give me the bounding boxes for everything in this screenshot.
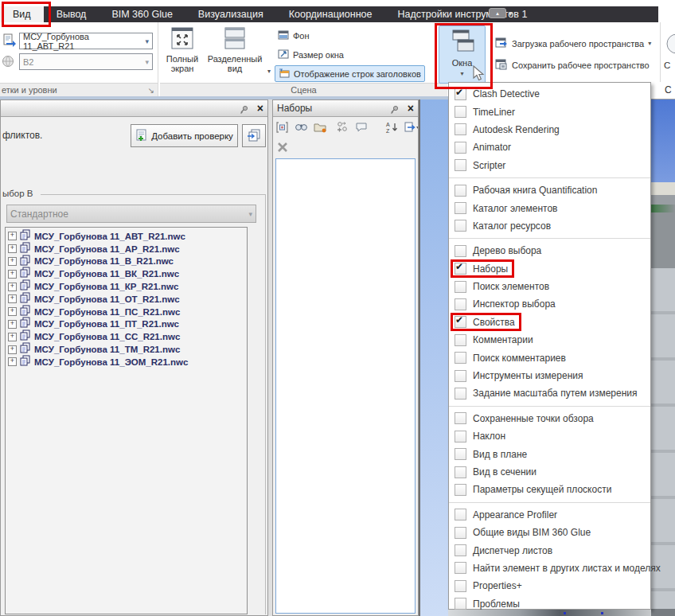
ribbon-tab[interactable]: Вывод [44, 6, 99, 22]
expand-plus-icon[interactable]: + [8, 294, 17, 303]
dialog-launcher-icon[interactable]: ↘ [148, 84, 154, 97]
checkbox[interactable]: ✔ [455, 88, 466, 100]
checkbox[interactable]: ✔ [455, 106, 466, 118]
model-file-row[interactable]: + МСУ_Горбунова 11_ПС_R21.nwc [6, 306, 247, 318]
chevron-down-icon[interactable]: ▾ [142, 58, 152, 66]
chevron-down-icon[interactable]: ▾ [267, 67, 271, 76]
ribbon-tab[interactable]: BIM 360 Glue [99, 6, 185, 22]
checkbox[interactable]: ✔ [455, 123, 466, 135]
ribbon-tab[interactable]: Визуализация [185, 6, 276, 22]
chevron-down-icon[interactable]: ▾ [245, 210, 256, 218]
add-selection-icon[interactable] [335, 120, 349, 135]
expand-plus-icon[interactable]: + [8, 283, 17, 291]
model-file-row[interactable]: + МСУ_Горбунова 11_ВК_R21.nwc [6, 267, 247, 280]
checkbox[interactable]: ✔ [455, 334, 466, 346]
checkbox[interactable]: ✔ [455, 598, 466, 610]
checkbox[interactable]: ✔ [455, 448, 466, 460]
window-menu-item[interactable]: ✔ Scripter [449, 157, 650, 174]
checkbox[interactable]: ✔ [455, 316, 466, 328]
expand-plus-icon[interactable]: + [8, 232, 17, 240]
window-menu-item[interactable]: ✔ TimeLiner [449, 103, 650, 120]
checkbox[interactable]: ✔ [455, 527, 466, 539]
selection-profile-dropdown[interactable]: Стандартное ▾ [6, 205, 256, 223]
expand-plus-icon[interactable]: + [8, 345, 17, 354]
checkbox[interactable]: ✔ [455, 352, 466, 364]
window-menu-item[interactable]: ✔ Сохраненные точки обзора [449, 406, 650, 427]
window-menu-item[interactable]: ✔ Дерево выбора [449, 238, 650, 259]
model-file-row[interactable]: + МСУ_Горбунова 11_АР_R21.nwc [6, 243, 247, 255]
expand-plus-icon[interactable]: + [8, 357, 17, 366]
checkbox[interactable]: ✔ [455, 159, 466, 171]
model-file-row[interactable]: + МСУ_Горбунова 11_АВТ_R21.nwc [6, 230, 247, 243]
save-workspace-button[interactable]: Сохранить рабочее пространство [492, 57, 653, 73]
pin-icon[interactable] [239, 103, 248, 119]
expand-plus-icon[interactable]: + [8, 257, 17, 266]
window-menu-item[interactable]: ✔ Наборы [449, 260, 650, 278]
checkbox[interactable]: ✔ [455, 142, 466, 154]
checkbox[interactable]: ✔ [455, 185, 466, 197]
window-menu-item[interactable]: ✔ Комментарии [449, 331, 650, 349]
load-workspace-button[interactable]: Загрузка рабочего пространства ▾ [492, 35, 654, 52]
comment-icon[interactable] [354, 120, 369, 135]
sets-list[interactable] [275, 158, 416, 614]
window-size-button[interactable]: Размер окна [275, 46, 347, 63]
checkbox[interactable]: ✔ [455, 202, 466, 214]
close-icon[interactable]: × [257, 101, 263, 115]
pin-icon[interactable] [389, 103, 399, 119]
new-folder-icon[interactable] [313, 120, 327, 135]
ribbon-tab[interactable]: Координационное [276, 6, 385, 22]
checkbox[interactable]: ✔ [455, 509, 466, 520]
model-file-row[interactable]: + МСУ_Горбунова 11_ОТ_R21.nwc [6, 293, 247, 306]
split-view-button[interactable]: Разделенный вид ▾ [205, 25, 264, 83]
checkbox[interactable]: ✔ [455, 431, 466, 443]
model-file-row[interactable]: + МСУ_Горбунова 11_КР_R21.nwc [6, 280, 247, 293]
window-menu-item[interactable]: ✔ Каталог элементов [449, 199, 650, 216]
window-menu-item[interactable]: ✔ Каталог ресурсов [449, 217, 650, 235]
checkbox[interactable]: ✔ [455, 220, 466, 232]
checkbox[interactable]: ✔ [455, 544, 466, 556]
window-menu-item[interactable]: ✔ Диспетчер листов [449, 541, 650, 559]
model-file-row[interactable]: + МСУ_Горбунова 11_ЭОМ_R21.nwc [6, 356, 247, 368]
background-button[interactable]: Фон [275, 27, 313, 44]
chevron-down-icon[interactable]: ▾ [142, 37, 152, 45]
checkbox[interactable]: ✔ [455, 263, 466, 275]
copy-tests-button[interactable] [242, 124, 266, 147]
expand-plus-icon[interactable]: + [8, 320, 17, 329]
window-menu-item[interactable]: ✔ Свойства [449, 314, 650, 331]
chevron-down-icon[interactable]: ▾ [648, 40, 651, 47]
full-screen-button[interactable]: Полный экран [162, 25, 202, 83]
window-menu-item[interactable]: ✔ Наклон [449, 427, 650, 445]
model-file-row[interactable]: + МСУ_Горбунова 11_ПТ_R21.nwc [6, 318, 247, 331]
window-menu-item[interactable]: ✔ Инспектор выбора [449, 295, 650, 313]
expand-plus-icon[interactable]: + [8, 307, 17, 316]
model-file-row[interactable]: + МСУ_Горбунова 11_В_R21.nwc [6, 255, 247, 268]
window-menu-item[interactable]: ✔ Animator [449, 138, 650, 156]
window-menu-item[interactable]: ✔ Найти элемент в других листах и моделя… [449, 559, 650, 577]
model-file-list[interactable]: + МСУ_Горбунова 11_АВТ_R21.nwc + МСУ_Гор… [5, 227, 248, 614]
close-icon[interactable]: × [408, 101, 414, 115]
ribbon-minimize-control[interactable]: ▴ ▾ [489, 8, 513, 18]
checkbox[interactable]: ✔ [455, 281, 466, 293]
add-test-button[interactable]: Добавить проверку [131, 124, 238, 147]
find-items-icon[interactable] [294, 120, 308, 135]
save-selection-icon[interactable] [275, 120, 289, 135]
ribbon-tab[interactable]: Надстройки инструментов 1 [385, 6, 540, 22]
window-menu-item[interactable]: ✔ Общие виды BIM 360 Glue [449, 524, 650, 541]
window-menu-item[interactable]: ✔ Инструменты измерения [449, 367, 650, 384]
checkbox[interactable]: ✔ [455, 298, 466, 310]
sort-icon[interactable]: AZ [384, 120, 399, 135]
delete-set-icon[interactable] [275, 140, 290, 154]
sets-panel-header[interactable]: Наборы × [273, 100, 418, 117]
window-menu-item[interactable]: ✔ Поиск элементов [449, 278, 650, 295]
model-selector-combo[interactable]: МСУ_Горбунова 11_АВТ_R21 ▾ [19, 33, 153, 49]
window-menu-item[interactable]: ✔ Вид в плане [449, 445, 650, 462]
model-file-row[interactable]: + МСУ_Горбунова 11_ТМ_R21.nwc [6, 343, 247, 356]
window-menu-item[interactable]: ✔ Поиск комментариев [449, 349, 650, 366]
expand-plus-icon[interactable]: + [8, 244, 17, 253]
window-menu-item[interactable]: ✔ Задание масштаба путем измерения [449, 384, 650, 402]
checkbox[interactable]: ✔ [455, 484, 466, 496]
view-selector-combo[interactable]: B2 ▾ [19, 53, 153, 70]
checkbox[interactable]: ✔ [455, 370, 466, 382]
window-menu-item[interactable]: ✔ Рабочая книга Quantification [449, 177, 650, 199]
checkbox[interactable]: ✔ [455, 388, 466, 400]
